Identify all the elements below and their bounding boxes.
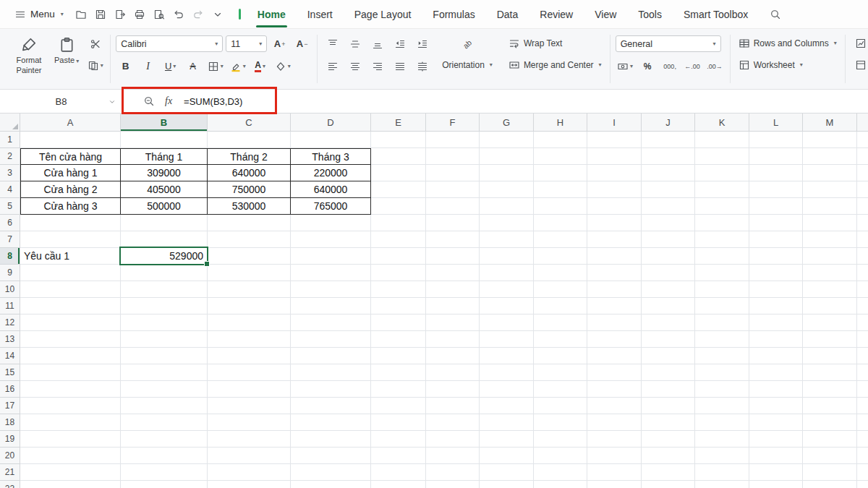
cell-J15[interactable] <box>642 364 695 381</box>
column-header-G[interactable]: G <box>480 114 534 132</box>
wrap-text-button[interactable]: Wrap Text <box>506 35 605 52</box>
row-header-3[interactable]: 3 <box>0 165 20 181</box>
cell-C11[interactable] <box>208 298 291 314</box>
cell-A16[interactable] <box>20 381 121 398</box>
cell-H11[interactable] <box>534 298 587 314</box>
cell-C19[interactable] <box>208 431 291 448</box>
cell-M19[interactable] <box>803 431 857 448</box>
cell-D19[interactable] <box>291 431 371 448</box>
align-top-button[interactable] <box>323 35 342 53</box>
row-header-14[interactable]: 14 <box>0 348 20 364</box>
row-header-18[interactable]: 18 <box>0 414 20 431</box>
cell-E3[interactable] <box>371 165 426 181</box>
cell-B13[interactable] <box>121 331 208 348</box>
cell-I19[interactable] <box>587 431 642 448</box>
row-header-13[interactable]: 13 <box>0 331 20 348</box>
cell-I5[interactable] <box>587 198 642 215</box>
cell-H20[interactable] <box>534 448 587 464</box>
cell-F11[interactable] <box>426 298 480 314</box>
cell-I22[interactable] <box>587 481 642 488</box>
cell-H14[interactable] <box>534 348 587 364</box>
cell-G3[interactable] <box>480 165 534 181</box>
cell-M15[interactable] <box>803 364 857 381</box>
row-header-2[interactable]: 2 <box>0 148 20 165</box>
cell-I10[interactable] <box>587 281 642 298</box>
cell-I18[interactable] <box>587 414 642 431</box>
cell-K17[interactable] <box>695 398 749 414</box>
cell-F4[interactable] <box>426 181 480 198</box>
cell-F14[interactable] <box>426 348 480 364</box>
cell-M3[interactable] <box>803 165 857 181</box>
cell-A8[interactable]: Yêu cầu 1 <box>20 248 121 265</box>
cell-I14[interactable] <box>587 348 642 364</box>
cell-A10[interactable] <box>20 281 121 298</box>
cell-F21[interactable] <box>426 464 480 481</box>
cell-H18[interactable] <box>534 414 587 431</box>
currency-format-button[interactable]: ▾ <box>616 58 635 75</box>
cell-C16[interactable] <box>208 381 291 398</box>
cell-I21[interactable] <box>587 464 642 481</box>
cell-E17[interactable] <box>371 398 426 414</box>
cell-J8[interactable] <box>642 248 695 265</box>
cell-D7[interactable] <box>291 231 371 248</box>
cell-C7[interactable] <box>208 231 291 248</box>
cell-E9[interactable] <box>371 265 426 281</box>
cell-I4[interactable] <box>587 181 642 198</box>
cell-B9[interactable] <box>121 265 208 281</box>
fill-handle[interactable] <box>204 261 210 267</box>
cell-G19[interactable] <box>480 431 534 448</box>
open-file-button[interactable] <box>72 5 90 24</box>
cell-L14[interactable] <box>749 348 803 364</box>
paste-button[interactable]: Paste▾ <box>51 33 82 66</box>
row-header-20[interactable]: 20 <box>0 448 20 464</box>
cell-G17[interactable] <box>480 398 534 414</box>
cell-K15[interactable] <box>695 364 749 381</box>
cell-E12[interactable] <box>371 314 426 331</box>
cell-A2[interactable]: Tên cửa hàng <box>20 148 121 165</box>
cell-D15[interactable] <box>291 364 371 381</box>
cell-M9[interactable] <box>803 265 857 281</box>
cell-M16[interactable] <box>803 381 857 398</box>
cell-A22[interactable] <box>20 481 121 488</box>
cell-G7[interactable] <box>480 231 534 248</box>
row-header-11[interactable]: 11 <box>0 298 20 314</box>
cell-H13[interactable] <box>534 331 587 348</box>
cell-J2[interactable] <box>642 148 695 165</box>
cell-D22[interactable] <box>291 481 371 488</box>
font-size-select[interactable]: 11▾ <box>226 35 267 52</box>
cell-J11[interactable] <box>642 298 695 314</box>
cell-B11[interactable] <box>121 298 208 314</box>
worksheet-button[interactable]: Worksheet▾ <box>736 56 840 74</box>
cell-E20[interactable] <box>371 448 426 464</box>
cell-J14[interactable] <box>642 348 695 364</box>
cell-I16[interactable] <box>587 381 642 398</box>
cell-E1[interactable] <box>371 132 426 148</box>
rows-and-columns-button[interactable]: Rows and Columns▾ <box>736 35 840 52</box>
cell-C12[interactable] <box>208 314 291 331</box>
row-header-8[interactable]: 8 <box>0 248 20 265</box>
cell-C5[interactable]: 530000 <box>208 198 291 215</box>
tab-home[interactable]: Home <box>247 0 297 29</box>
row-header-5[interactable]: 5 <box>0 198 20 215</box>
cell-G9[interactable] <box>480 265 534 281</box>
cell-E7[interactable] <box>371 231 426 248</box>
cell-D4[interactable]: 640000 <box>291 181 371 198</box>
cell-C20[interactable] <box>208 448 291 464</box>
column-header-M[interactable]: M <box>803 114 857 132</box>
name-box-chevron-icon[interactable] <box>109 98 116 106</box>
cell-J12[interactable] <box>642 314 695 331</box>
cell-E6[interactable] <box>371 215 426 231</box>
cell-L10[interactable] <box>749 281 803 298</box>
insert-function-button[interactable]: fx <box>165 95 172 107</box>
cell-B3[interactable]: 309000 <box>121 165 208 181</box>
cell-F5[interactable] <box>426 198 480 215</box>
cell-A20[interactable] <box>20 448 121 464</box>
row-header-10[interactable]: 10 <box>0 281 20 298</box>
cell-K8[interactable] <box>695 248 749 265</box>
cell-D18[interactable] <box>291 414 371 431</box>
cell-F6[interactable] <box>426 215 480 231</box>
cell-E4[interactable] <box>371 181 426 198</box>
cell-E22[interactable] <box>371 481 426 488</box>
cell-A6[interactable] <box>20 215 121 231</box>
cell-E5[interactable] <box>371 198 426 215</box>
